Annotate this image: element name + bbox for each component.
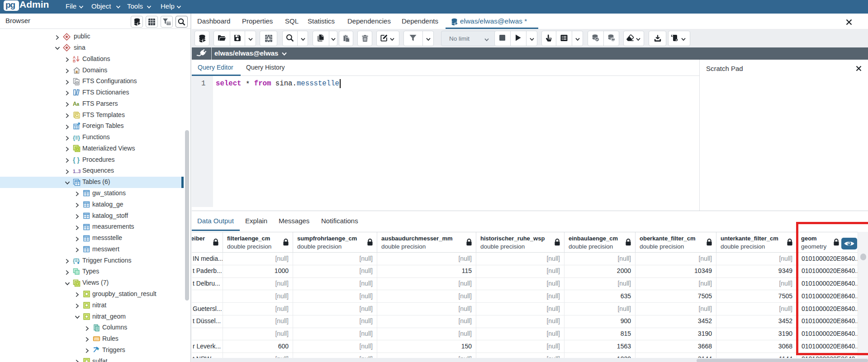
svg-text:a: a bbox=[77, 102, 80, 107]
svg-text:{: { bbox=[73, 258, 75, 264]
svg-text:}: } bbox=[78, 134, 80, 141]
svg-text:}: } bbox=[77, 156, 80, 164]
svg-text:{: { bbox=[73, 156, 76, 164]
svg-text:1..3: 1..3 bbox=[73, 168, 81, 174]
svg-text:{: { bbox=[73, 134, 75, 141]
svg-text:B: B bbox=[73, 59, 76, 63]
